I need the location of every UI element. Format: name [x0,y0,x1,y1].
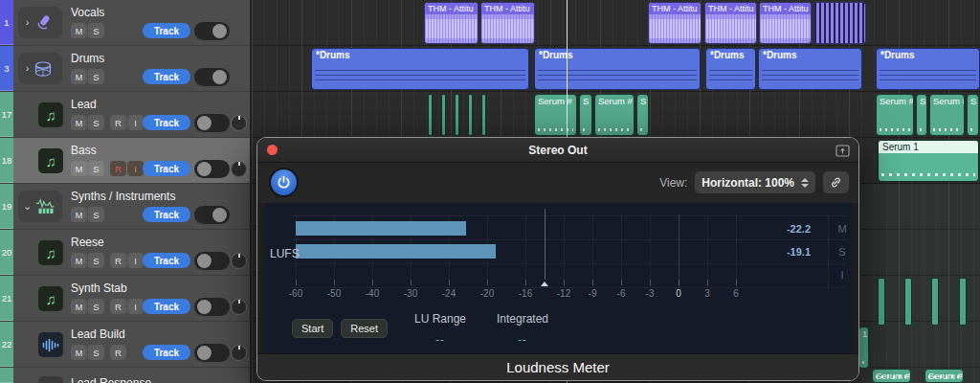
track-button[interactable]: Track [143,207,190,222]
mute-button[interactable]: M [71,207,87,222]
mini-region[interactable] [931,278,939,326]
region--drums[interactable]: *Drums [705,48,756,90]
input-monitor-button[interactable]: I [127,115,144,130]
track-on-off-toggle[interactable] [194,252,230,270]
track-row-reese[interactable]: 20♫ReeseMSRITrack [0,230,250,276]
target-marker-caret[interactable] [541,282,548,286]
region--drums[interactable]: *Drums [311,48,529,90]
track-row-lead[interactable]: 17♫LeadMSRITrack [0,92,250,138]
track-on-off-toggle[interactable] [194,344,230,362]
region--drums[interactable]: *Drums [758,48,862,90]
region-serum-[interactable]: Serum # [872,369,911,383]
track-button[interactable]: Track [143,299,190,314]
region-1-[interactable]: 1. [858,327,869,369]
mute-button[interactable]: M [71,115,87,130]
region-thm-attitu[interactable]: THM - Attitu [704,2,757,44]
mini-region[interactable] [959,278,967,326]
track-row-bass[interactable]: 18♫BassMSRITrack [0,138,250,184]
region-s[interactable]: S [579,94,592,136]
solo-button[interactable]: S [88,299,104,314]
region-s[interactable]: S [967,94,979,136]
chevron-right-icon[interactable]: › [26,17,30,28]
chevron-down-icon[interactable]: ⌄ [23,201,32,212]
region--drums[interactable]: *Drums [534,48,701,90]
track-row-drums[interactable]: 3›DrumsMSTrack [0,46,250,92]
track-rotary-knob[interactable] [231,161,247,177]
mini-region[interactable] [904,278,912,326]
record-enable-button[interactable]: R [110,345,126,360]
track-button[interactable]: Track [143,23,190,38]
record-enable-button[interactable]: R [110,299,126,314]
track-button[interactable]: Track [143,69,190,84]
mute-button[interactable]: M [71,23,87,38]
mute-button[interactable]: M [71,69,87,84]
mini-region[interactable] [455,94,459,136]
record-enable-button[interactable]: R [110,253,126,268]
track-icon-group[interactable]: › [18,53,62,84]
open-window-icon[interactable] [835,144,850,161]
region-serum-[interactable]: Serum # [876,94,914,136]
track-row-lead-response[interactable]: Lead Response [0,368,250,383]
mini-region[interactable] [878,278,885,326]
mini-region[interactable] [481,94,486,136]
track-on-off-toggle[interactable] [194,298,230,316]
solo-button[interactable]: S [88,161,104,176]
region-serum-[interactable]: Serum # [924,369,964,383]
solo-button[interactable]: S [88,345,104,360]
track-on-off-toggle[interactable] [194,114,230,132]
region-thm-attitu[interactable]: THM - Attitu [759,2,812,44]
mute-button[interactable]: M [71,253,87,268]
solo-button[interactable]: S [88,115,104,130]
region-sliced[interactable] [813,2,866,44]
track-button[interactable]: Track [143,161,190,176]
region-serum-[interactable]: Serum # [594,94,635,136]
track-rotary-knob[interactable] [231,345,247,361]
track-on-off-toggle[interactable] [194,22,230,40]
region-thm-attitu[interactable]: THM - Attitu [480,2,535,44]
input-monitor-button[interactable]: I [127,253,144,268]
region-serum-[interactable]: Serum # [929,94,965,136]
solo-button[interactable]: S [88,207,104,222]
start-button[interactable]: Start [292,319,333,338]
track-row-synth-stab[interactable]: 21♫Synth StabMSRITrack [0,276,250,322]
view-dropdown[interactable]: Horizontal: 100% [695,171,815,193]
track-rotary-knob[interactable] [231,253,247,269]
chevron-right-icon[interactable]: › [26,63,30,74]
input-monitor-button[interactable]: I [127,299,144,314]
track-row-vocals[interactable]: 1›VocalsMSTrack [0,0,250,46]
track-button[interactable]: Track [143,253,190,268]
mini-region[interactable] [428,94,433,136]
region--drums[interactable]: *Drums [876,48,980,90]
solo-button[interactable]: S [88,253,104,268]
solo-button[interactable]: S [88,23,104,38]
region-serum-[interactable]: Serum # [534,94,577,136]
record-enable-button[interactable]: R [110,115,126,130]
track-on-off-toggle[interactable] [194,68,230,86]
track-rotary-knob[interactable] [231,115,247,131]
track-rotary-knob[interactable] [231,299,247,315]
power-button[interactable] [269,168,299,197]
input-monitor-button[interactable]: I [127,161,144,176]
track-icon-group[interactable]: › [18,7,62,38]
plugin-titlebar[interactable]: Stereo Out [257,138,858,163]
track-button[interactable]: Track [143,115,190,130]
mute-button[interactable]: M [71,161,87,176]
link-button[interactable] [823,171,849,193]
mute-button[interactable]: M [71,299,87,314]
region-s[interactable]: S [636,94,649,136]
track-row-lead-build[interactable]: 22Lead BuildMSRTrack [0,322,250,368]
track-on-off-toggle[interactable] [194,160,230,178]
mini-region[interactable] [441,94,446,136]
record-enable-button[interactable]: R [110,161,126,176]
mini-region[interactable] [468,94,473,136]
region-thm-attitu[interactable]: THM - Attitu [648,2,702,44]
track-row-synths-instruments[interactable]: 19⌄Synths / InstrumentsMSTrack [0,184,250,230]
mute-button[interactable]: M [71,345,87,360]
track-icon-group[interactable]: ⌄ [18,191,62,222]
region-s[interactable]: S [916,94,927,136]
region-serum-1[interactable]: Serum 1 [878,140,979,182]
reset-button[interactable]: Reset [341,319,388,338]
track-on-off-toggle[interactable] [194,206,230,224]
track-button[interactable]: Track [143,345,190,360]
region-thm-attitu[interactable]: THM - Attitu [424,2,479,44]
